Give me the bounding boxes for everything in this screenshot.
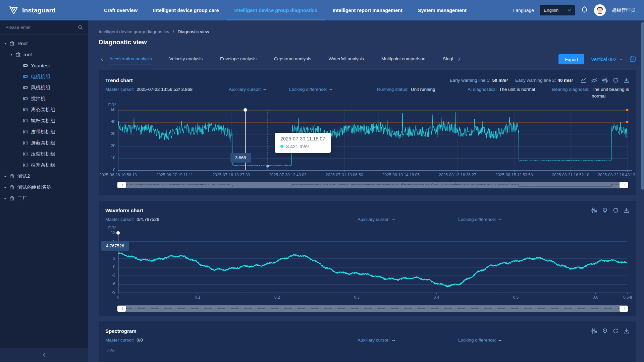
trend-master-cursor-label[interactable]: 3.868	[230, 153, 251, 163]
tune-icon[interactable]	[602, 77, 608, 83]
breadcrumb-parent[interactable]: Intelligent device group diagnostics	[99, 29, 169, 34]
export-button[interactable]: Export	[558, 54, 584, 64]
tree-item-Root[interactable]: ▾Root	[0, 38, 88, 49]
tree-item-搅拌机[interactable]: 搅拌机	[0, 93, 88, 104]
nav-item-intelligent-report-management[interactable]: Intelligent report management	[325, 0, 410, 20]
window-scrollbar[interactable]	[641, 22, 644, 190]
tab-singl[interactable]: Singl	[443, 54, 453, 64]
brand[interactable]: Instaguard	[0, 0, 88, 20]
datazoom-right-handle[interactable]	[620, 306, 628, 312]
tree-item-螺杆泵机组[interactable]: 螺杆泵机组	[0, 115, 88, 126]
analysis-tabs-row: Acceleration analysisVelocity analysisEn…	[99, 54, 644, 65]
calendar-icon[interactable]	[630, 56, 636, 63]
nav-menu: Craft overviewIntelligent device group c…	[96, 0, 474, 20]
device-icon	[23, 140, 29, 146]
tree-item-Yuantest[interactable]: Yuantest	[0, 60, 88, 71]
tree-item-压缩机机组[interactable]: 压缩机机组	[0, 148, 88, 160]
tune-icon[interactable]	[591, 207, 597, 213]
tree-item-label: Yuantest	[31, 63, 50, 68]
trend-toolbar	[581, 77, 629, 83]
marker-icon[interactable]	[602, 207, 608, 213]
caret-down-icon[interactable]: ▾	[9, 53, 13, 56]
waveform-chart[interactable]: 4.767526	[99, 224, 636, 304]
early-warning-line-1: Early warning line 1:50 m/s²	[450, 78, 508, 83]
avatar[interactable]	[594, 4, 606, 16]
language-select[interactable]: English	[540, 5, 575, 15]
tab-acceleration-analysis[interactable]: Acceleration analysis	[109, 54, 152, 64]
datazoom-right-handle[interactable]	[620, 182, 628, 188]
user-name[interactable]: 超级管理员	[612, 7, 635, 13]
area-chart-icon[interactable]	[591, 77, 597, 83]
caret-right-icon[interactable]: ▸	[3, 174, 7, 178]
tree-item-三厂[interactable]: ▸三厂	[0, 193, 88, 204]
info-field: Master cursor:0/4.767526	[105, 216, 358, 223]
trend-chart-panel: Trend chart Early warning line 1:50 m/s²…	[99, 70, 636, 195]
tabs-scroll-left-icon[interactable]	[99, 57, 105, 61]
avatar-face-icon	[594, 4, 606, 16]
sidebar: Please enter ▾Root▾rootYuantest电机机组风机机组搅…	[0, 20, 88, 362]
nav-item-system-management[interactable]: System management	[410, 0, 474, 20]
trend-chart[interactable]: 3.868 2025-07-30 11:16:07 3.421 m/s²	[99, 101, 636, 180]
line-chart-icon[interactable]	[581, 77, 586, 83]
tree-item-label: 测试2	[17, 173, 30, 179]
tree-item-柱塞泵机组[interactable]: 柱塞泵机组	[0, 160, 88, 171]
info-field-value: --	[263, 86, 266, 93]
page-title: Diagnostic view	[99, 39, 644, 46]
refresh-icon[interactable]	[613, 328, 619, 334]
tree-item-风机机组[interactable]: 风机机组	[0, 82, 88, 93]
info-field: Master cursor:2025-07-22 13:56:52/ 3.868	[105, 86, 229, 100]
app-root: Instaguard Craft overviewIntelligent dev…	[0, 0, 644, 362]
download-icon[interactable]	[624, 77, 629, 83]
series-dot-icon	[280, 145, 283, 148]
nav-item-craft-overview[interactable]: Craft overview	[96, 0, 145, 20]
main-content: Intelligent device group diagnostics / D…	[88, 20, 644, 362]
tab-envelope-analysis[interactable]: Envelope analysis	[220, 54, 257, 64]
tab-multipoint-comparison[interactable]: Multipoint comparison	[381, 54, 425, 64]
trend-chart-tooltip: 2025-07-30 11:16:07 3.421 m/s²	[275, 133, 331, 153]
datazoom-left-handle[interactable]	[117, 306, 126, 312]
spectrogram-title: Spectrogram	[105, 328, 137, 334]
device-icon	[23, 107, 29, 113]
organization-icon	[9, 41, 15, 46]
datazoom-left-handle[interactable]	[117, 182, 126, 188]
tune-icon[interactable]	[591, 328, 597, 334]
waveform-master-cursor-label[interactable]: 4.767526	[101, 241, 129, 251]
tree-item-离心泵机组[interactable]: 离心泵机组	[0, 104, 88, 115]
caret-right-icon[interactable]: ▸	[3, 185, 7, 189]
tab-waterfall-analysis[interactable]: Waterfall analysis	[329, 54, 364, 64]
info-field-label: Auxiliary cursor:	[358, 337, 390, 344]
tree-item-root[interactable]: ▾root	[0, 49, 88, 60]
device-icon	[23, 162, 29, 168]
waveform-datazoom-slider[interactable]	[118, 305, 627, 312]
tree-item-皮带机机组[interactable]: 皮带机机组	[0, 126, 88, 137]
nav-item-intelligent-device-group-diagnostics[interactable]: Intelligent device group diagnostics	[227, 0, 325, 20]
download-icon[interactable]	[624, 328, 629, 334]
tree-item-label: 三厂	[17, 195, 27, 201]
tree-item-电机机组[interactable]: 电机机组	[0, 71, 88, 82]
tree-item-测试的组织名称[interactable]: ▸测试的组织名称	[0, 182, 88, 193]
marker-icon[interactable]	[602, 328, 608, 334]
search-placeholder: Please enter	[5, 25, 31, 30]
sidebar-collapse-button[interactable]	[0, 348, 88, 362]
caret-down-icon[interactable]: ▾	[3, 42, 7, 45]
tree-item-测试2[interactable]: ▸测试2	[0, 171, 88, 182]
spectrogram-toolbar	[591, 328, 629, 334]
tab-cepstrum-analysis[interactable]: Cepstrum analysis	[274, 54, 311, 64]
refresh-icon[interactable]	[613, 77, 619, 83]
search-input[interactable]: Please enter	[0, 20, 88, 35]
tree-item-屏蔽泵机组[interactable]: 屏蔽泵机组	[0, 137, 88, 148]
download-icon[interactable]	[624, 207, 629, 213]
info-field: Locking difference:--	[458, 337, 629, 344]
nav-item-intelligent-device-group-care[interactable]: Intelligent device group care	[145, 0, 227, 20]
refresh-icon[interactable]	[613, 207, 619, 213]
measuring-point-select[interactable]: Vertical 002	[591, 57, 623, 62]
info-field: Master cursor:0/0	[105, 337, 358, 344]
info-field-value: The unit bearing is normal	[592, 86, 629, 100]
tab-velocity-analysis[interactable]: Velocity analysis	[169, 54, 203, 64]
language-select-value: English	[544, 8, 558, 13]
tabs-scroll-right-icon[interactable]	[456, 57, 462, 61]
bell-icon[interactable]	[581, 6, 588, 14]
caret-right-icon[interactable]: ▸	[3, 196, 7, 200]
trend-datazoom-slider[interactable]	[118, 182, 627, 188]
breadcrumb-current: Diagnostic view	[177, 29, 209, 34]
